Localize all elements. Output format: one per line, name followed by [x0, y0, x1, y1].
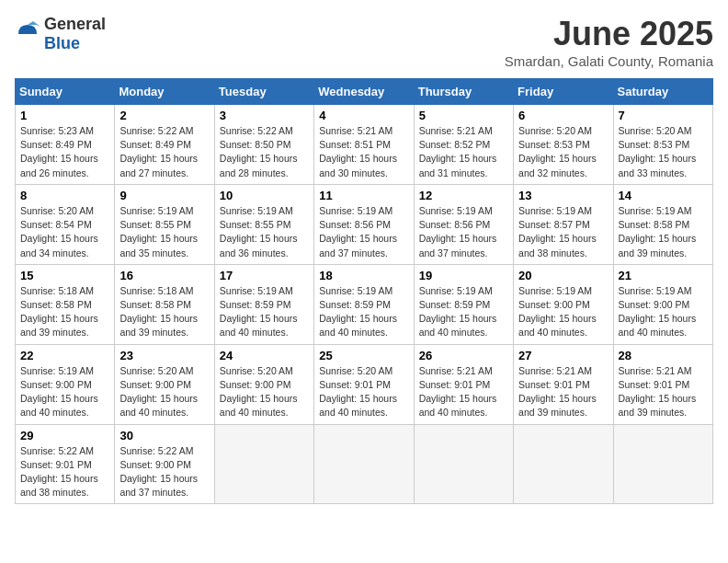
day-number: 17 [220, 269, 309, 282]
day-number: 26 [419, 349, 508, 362]
day-info: Sunrise: 5:21 AMSunset: 9:01 PMDaylight:… [419, 364, 508, 420]
logo-general-text: General [44, 15, 106, 33]
day-info: Sunrise: 5:20 AMSunset: 8:54 PMDaylight:… [20, 204, 109, 260]
table-row: 22Sunrise: 5:19 AMSunset: 9:00 PMDayligh… [16, 344, 115, 424]
header-thursday: Thursday [414, 79, 513, 105]
table-row: 25Sunrise: 5:20 AMSunset: 9:01 PMDayligh… [314, 344, 414, 424]
day-info: Sunrise: 5:19 AMSunset: 8:56 PMDaylight:… [419, 204, 508, 260]
day-info: Sunrise: 5:19 AMSunset: 8:59 PMDaylight:… [220, 284, 309, 340]
table-row [314, 424, 414, 504]
table-row: 7Sunrise: 5:20 AMSunset: 8:53 PMDaylight… [613, 105, 712, 185]
day-info: Sunrise: 5:19 AMSunset: 8:56 PMDaylight:… [319, 204, 408, 260]
day-number: 2 [119, 109, 209, 122]
table-row: 6Sunrise: 5:20 AMSunset: 8:53 PMDaylight… [514, 105, 613, 185]
header-wednesday: Wednesday [314, 79, 414, 105]
header-friday: Friday [514, 79, 613, 105]
day-info: Sunrise: 5:18 AMSunset: 8:58 PMDaylight:… [20, 284, 109, 340]
day-info: Sunrise: 5:21 AMSunset: 8:51 PMDaylight:… [319, 124, 408, 180]
location-subtitle: Smardan, Galati County, Romania [505, 53, 713, 69]
day-number: 8 [20, 189, 109, 202]
table-row: 4Sunrise: 5:21 AMSunset: 8:51 PMDaylight… [314, 105, 414, 185]
day-info: Sunrise: 5:19 AMSunset: 9:00 PMDaylight:… [619, 284, 708, 340]
day-info: Sunrise: 5:19 AMSunset: 9:00 PMDaylight:… [518, 284, 608, 340]
page-header: General Blue June 2025 Smardan, Galati C… [15, 15, 713, 69]
day-number: 24 [220, 349, 309, 362]
calendar-week-5: 29Sunrise: 5:22 AMSunset: 9:01 PMDayligh… [16, 424, 713, 504]
table-row: 2Sunrise: 5:22 AMSunset: 8:49 PMDaylight… [115, 105, 214, 185]
day-info: Sunrise: 5:19 AMSunset: 8:59 PMDaylight:… [419, 284, 508, 340]
table-row: 17Sunrise: 5:19 AMSunset: 8:59 PMDayligh… [214, 264, 313, 344]
table-row: 30Sunrise: 5:22 AMSunset: 9:00 PMDayligh… [115, 424, 214, 504]
day-info: Sunrise: 5:20 AMSunset: 8:53 PMDaylight:… [518, 124, 608, 180]
table-row [613, 424, 712, 504]
day-number: 25 [319, 349, 408, 362]
day-number: 11 [319, 189, 408, 202]
day-number: 20 [518, 269, 608, 282]
day-number: 5 [419, 109, 508, 122]
day-number: 6 [518, 109, 608, 122]
calendar-week-3: 15Sunrise: 5:18 AMSunset: 8:58 PMDayligh… [16, 264, 713, 344]
calendar-week-2: 8Sunrise: 5:20 AMSunset: 8:54 PMDaylight… [16, 184, 713, 264]
day-info: Sunrise: 5:19 AMSunset: 8:55 PMDaylight:… [220, 204, 309, 260]
day-number: 14 [619, 189, 708, 202]
table-row: 13Sunrise: 5:19 AMSunset: 8:57 PMDayligh… [514, 184, 613, 264]
table-row: 15Sunrise: 5:18 AMSunset: 8:58 PMDayligh… [16, 264, 115, 344]
day-number: 15 [20, 269, 109, 282]
table-row: 1Sunrise: 5:23 AMSunset: 8:49 PMDaylight… [16, 105, 115, 185]
table-row: 3Sunrise: 5:22 AMSunset: 8:50 PMDaylight… [214, 105, 313, 185]
table-row: 29Sunrise: 5:22 AMSunset: 9:01 PMDayligh… [16, 424, 115, 504]
day-number: 23 [119, 349, 209, 362]
table-row: 24Sunrise: 5:20 AMSunset: 9:00 PMDayligh… [214, 344, 313, 424]
day-number: 13 [518, 189, 608, 202]
day-info: Sunrise: 5:21 AMSunset: 8:52 PMDaylight:… [419, 124, 508, 180]
day-number: 3 [220, 109, 309, 122]
table-row [414, 424, 513, 504]
day-number: 16 [119, 269, 209, 282]
calendar-week-4: 22Sunrise: 5:19 AMSunset: 9:00 PMDayligh… [16, 344, 713, 424]
header-saturday: Saturday [613, 79, 712, 105]
day-number: 21 [619, 269, 708, 282]
day-number: 12 [419, 189, 508, 202]
day-number: 7 [619, 109, 708, 122]
table-row: 26Sunrise: 5:21 AMSunset: 9:01 PMDayligh… [414, 344, 513, 424]
day-number: 1 [20, 109, 109, 122]
table-row: 11Sunrise: 5:19 AMSunset: 8:56 PMDayligh… [314, 184, 414, 264]
table-row: 27Sunrise: 5:21 AMSunset: 9:01 PMDayligh… [514, 344, 613, 424]
day-info: Sunrise: 5:20 AMSunset: 9:00 PMDaylight:… [119, 364, 209, 420]
table-row: 16Sunrise: 5:18 AMSunset: 8:58 PMDayligh… [115, 264, 214, 344]
header-row: Sunday Monday Tuesday Wednesday Thursday… [16, 79, 713, 105]
day-info: Sunrise: 5:19 AMSunset: 8:57 PMDaylight:… [518, 204, 608, 260]
day-info: Sunrise: 5:20 AMSunset: 9:01 PMDaylight:… [319, 364, 408, 420]
day-info: Sunrise: 5:19 AMSunset: 8:59 PMDaylight:… [319, 284, 408, 340]
month-title: June 2025 [505, 15, 713, 53]
day-number: 4 [319, 109, 408, 122]
header-sunday: Sunday [16, 79, 115, 105]
day-number: 18 [319, 269, 408, 282]
calendar-table: Sunday Monday Tuesday Wednesday Thursday… [15, 78, 713, 504]
day-info: Sunrise: 5:22 AMSunset: 9:00 PMDaylight:… [119, 444, 209, 500]
day-info: Sunrise: 5:19 AMSunset: 8:55 PMDaylight:… [119, 204, 209, 260]
table-row: 10Sunrise: 5:19 AMSunset: 8:55 PMDayligh… [214, 184, 313, 264]
day-info: Sunrise: 5:20 AMSunset: 9:00 PMDaylight:… [220, 364, 309, 420]
day-info: Sunrise: 5:22 AMSunset: 8:49 PMDaylight:… [119, 124, 209, 180]
day-info: Sunrise: 5:21 AMSunset: 9:01 PMDaylight:… [619, 364, 708, 420]
table-row: 23Sunrise: 5:20 AMSunset: 9:00 PMDayligh… [115, 344, 214, 424]
day-number: 10 [220, 189, 309, 202]
day-number: 27 [518, 349, 608, 362]
header-tuesday: Tuesday [214, 79, 313, 105]
day-number: 30 [119, 429, 209, 442]
day-number: 22 [20, 349, 109, 362]
day-info: Sunrise: 5:21 AMSunset: 9:01 PMDaylight:… [518, 364, 608, 420]
day-number: 19 [419, 269, 508, 282]
title-area: June 2025 Smardan, Galati County, Romani… [505, 15, 713, 69]
table-row: 20Sunrise: 5:19 AMSunset: 9:00 PMDayligh… [514, 264, 613, 344]
table-row: 28Sunrise: 5:21 AMSunset: 9:01 PMDayligh… [613, 344, 712, 424]
day-info: Sunrise: 5:22 AMSunset: 8:50 PMDaylight:… [220, 124, 309, 180]
table-row: 12Sunrise: 5:19 AMSunset: 8:56 PMDayligh… [414, 184, 513, 264]
table-row: 21Sunrise: 5:19 AMSunset: 9:00 PMDayligh… [613, 264, 712, 344]
table-row: 5Sunrise: 5:21 AMSunset: 8:52 PMDaylight… [414, 105, 513, 185]
table-row: 8Sunrise: 5:20 AMSunset: 8:54 PMDaylight… [16, 184, 115, 264]
logo-blue-text: Blue [44, 34, 80, 52]
table-row: 9Sunrise: 5:19 AMSunset: 8:55 PMDaylight… [115, 184, 214, 264]
calendar-week-1: 1Sunrise: 5:23 AMSunset: 8:49 PMDaylight… [16, 105, 713, 185]
